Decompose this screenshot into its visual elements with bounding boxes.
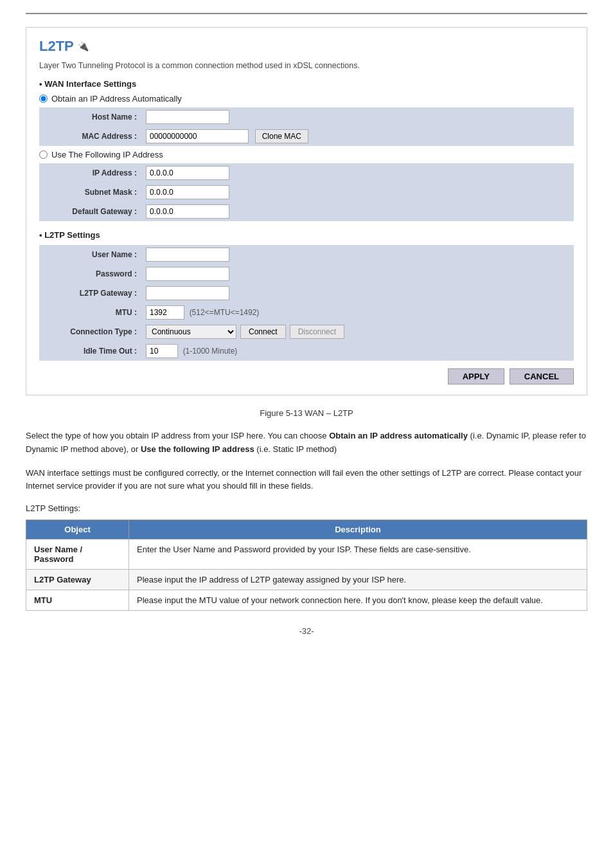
password-label: Password : bbox=[39, 264, 142, 284]
mtu-row: MTU : (512<=MTU<=1492) bbox=[39, 303, 574, 322]
info-table-description: Enter the User Name and Password provide… bbox=[129, 539, 587, 570]
title-icon: 🔌 bbox=[78, 41, 89, 51]
info-table-col-description: Description bbox=[129, 520, 587, 539]
default-gateway-row: Default Gateway : bbox=[39, 202, 574, 221]
password-row: Password : bbox=[39, 264, 574, 284]
clone-mac-button[interactable]: Clone MAC bbox=[255, 129, 308, 143]
settings-table-label: L2TP Settings: bbox=[26, 503, 587, 513]
subnet-mask-row: Subnet Mask : bbox=[39, 183, 574, 202]
host-name-input[interactable] bbox=[146, 110, 229, 124]
ip-address-input[interactable] bbox=[146, 166, 229, 180]
connection-type-row: Connection Type : Continuous Connect on … bbox=[39, 322, 574, 341]
info-table-object: L2TP Gateway bbox=[26, 570, 129, 590]
user-name-label: User Name : bbox=[39, 245, 142, 264]
apply-button[interactable]: APPLY bbox=[448, 368, 504, 384]
l2tp-form-table: User Name : Password : L2TP Gateway : MT… bbox=[39, 245, 574, 361]
connection-type-select[interactable]: Continuous Connect on Demand Manual bbox=[146, 325, 236, 339]
mtu-hint: (512<=MTU<=1492) bbox=[190, 308, 260, 317]
mtu-input[interactable] bbox=[146, 305, 184, 320]
page-number: -32- bbox=[26, 626, 587, 636]
button-row: APPLY CANCEL bbox=[39, 368, 574, 384]
info-table: Object Description User Name / PasswordE… bbox=[26, 520, 587, 611]
radio-auto-option[interactable]: Obtain an IP Address Automatically bbox=[39, 94, 574, 104]
info-table-object: MTU bbox=[26, 590, 129, 611]
default-gateway-label: Default Gateway : bbox=[39, 202, 142, 221]
page-description: Layer Two Tunneling Protocol is a common… bbox=[39, 61, 574, 70]
ip-address-label: IP Address : bbox=[39, 163, 142, 183]
info-table-row: MTUPlease input the MTU value of your ne… bbox=[26, 590, 587, 611]
title-text: L2TP bbox=[39, 38, 74, 55]
wan-section-header: • WAN Interface Settings bbox=[39, 79, 574, 89]
idle-time-input[interactable] bbox=[146, 344, 178, 358]
figure-caption: Figure 5-13 WAN – L2TP bbox=[26, 408, 587, 418]
subnet-mask-input[interactable] bbox=[146, 185, 229, 199]
manual-ip-form-table: IP Address : Subnet Mask : Default Gatew… bbox=[39, 163, 574, 221]
l2tp-gateway-label: L2TP Gateway : bbox=[39, 284, 142, 303]
disconnect-button[interactable]: Disconnect bbox=[290, 325, 344, 339]
body-p1-bold2: Use the following IP address bbox=[141, 444, 254, 454]
default-gateway-input[interactable] bbox=[146, 204, 229, 219]
body-p1-pre: Select the type of how you obtain IP add… bbox=[26, 431, 329, 440]
radio-manual[interactable] bbox=[39, 150, 48, 159]
info-table-row: User Name / PasswordEnter the User Name … bbox=[26, 539, 587, 570]
info-table-description: Please input the IP address of L2TP gate… bbox=[129, 570, 587, 590]
l2tp-section-header: • L2TP Settings bbox=[39, 230, 574, 240]
body-paragraph-1: Select the type of how you obtain IP add… bbox=[26, 429, 587, 457]
radio-manual-label: Use The Following IP Address bbox=[51, 150, 163, 159]
top-divider bbox=[26, 13, 587, 14]
mac-address-label: MAC Address : bbox=[39, 127, 142, 146]
mac-address-input[interactable] bbox=[146, 129, 249, 143]
user-name-input[interactable] bbox=[146, 248, 229, 262]
info-table-col-object: Object bbox=[26, 520, 129, 539]
host-name-label: Host Name : bbox=[39, 107, 142, 127]
mac-address-row: MAC Address : Clone MAC bbox=[39, 127, 574, 146]
ip-address-row: IP Address : bbox=[39, 163, 574, 183]
mtu-label: MTU : bbox=[39, 303, 142, 322]
info-table-object: User Name / Password bbox=[26, 539, 129, 570]
radio-auto-label: Obtain an IP Address Automatically bbox=[51, 94, 182, 104]
user-name-row: User Name : bbox=[39, 245, 574, 264]
body-paragraph-2: WAN interface settings must be configure… bbox=[26, 467, 587, 494]
body-p1-bold1: Obtain an IP address automatically bbox=[329, 431, 468, 440]
password-input[interactable] bbox=[146, 267, 229, 281]
info-table-description: Please input the MTU value of your netwo… bbox=[129, 590, 587, 611]
connection-type-label: Connection Type : bbox=[39, 322, 142, 341]
host-name-row: Host Name : bbox=[39, 107, 574, 127]
wan-form-table: Host Name : MAC Address : Clone MAC bbox=[39, 107, 574, 146]
connect-button[interactable]: Connect bbox=[240, 325, 286, 339]
idle-time-hint: (1-1000 Minute) bbox=[183, 347, 238, 356]
info-table-row: L2TP GatewayPlease input the IP address … bbox=[26, 570, 587, 590]
body-p1-end: (i.e. Static IP method) bbox=[254, 444, 337, 454]
cancel-button[interactable]: CANCEL bbox=[510, 368, 574, 384]
l2tp-gateway-input[interactable] bbox=[146, 286, 229, 300]
idle-time-label: Idle Time Out : bbox=[39, 341, 142, 361]
l2tp-card: L2TP 🔌 Layer Two Tunneling Protocol is a… bbox=[26, 27, 587, 395]
radio-manual-option[interactable]: Use The Following IP Address bbox=[39, 150, 574, 159]
radio-auto[interactable] bbox=[39, 95, 48, 103]
subnet-mask-label: Subnet Mask : bbox=[39, 183, 142, 202]
page-title: L2TP 🔌 bbox=[39, 38, 574, 55]
idle-time-row: Idle Time Out : (1-1000 Minute) bbox=[39, 341, 574, 361]
l2tp-gateway-row: L2TP Gateway : bbox=[39, 284, 574, 303]
